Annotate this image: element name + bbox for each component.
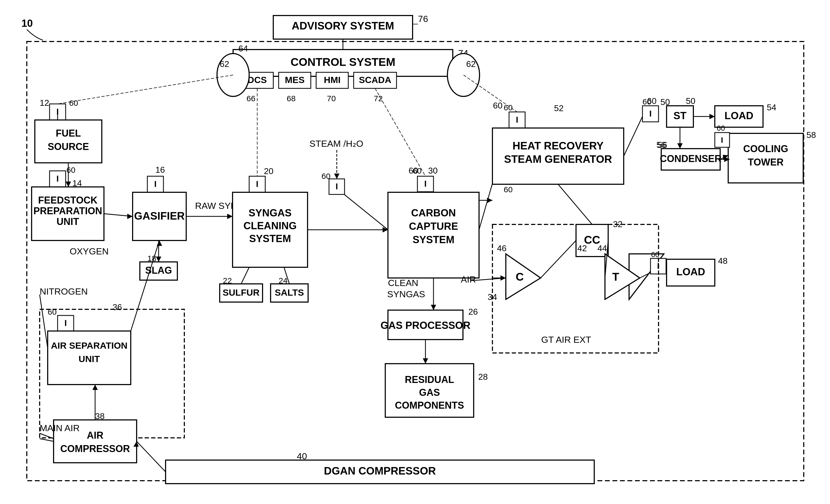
svg-text:20: 20 (264, 166, 274, 176)
svg-text:CLEAN: CLEAN (388, 278, 418, 288)
svg-text:30: 30 (428, 166, 438, 175)
svg-text:COMPONENTS: COMPONENTS (395, 400, 464, 411)
svg-text:DCS: DCS (248, 75, 267, 85)
svg-text:SULFUR: SULFUR (223, 287, 260, 298)
svg-text:52: 52 (554, 103, 564, 113)
svg-text:12: 12 (40, 98, 49, 108)
svg-text:I: I (57, 174, 59, 183)
svg-text:I: I (65, 318, 67, 328)
svg-text:GAS PROCESSOR: GAS PROCESSOR (380, 320, 471, 331)
svg-text:58: 58 (806, 130, 816, 140)
svg-text:HMI: HMI (324, 75, 341, 85)
svg-text:SYSTEM: SYSTEM (249, 233, 291, 244)
svg-text:STEAM /H₂O: STEAM /H₂O (310, 138, 363, 148)
svg-text:GT AIR  EXT: GT AIR EXT (541, 334, 591, 345)
svg-text:SCADA: SCADA (359, 75, 391, 85)
svg-text:LOAD: LOAD (676, 266, 705, 277)
svg-text:SYSTEM: SYSTEM (413, 234, 454, 245)
svg-text:10: 10 (22, 18, 33, 29)
svg-text:ST: ST (674, 110, 687, 121)
svg-text:60: 60 (48, 307, 57, 316)
svg-text:28: 28 (478, 372, 488, 381)
svg-text:GAS: GAS (419, 387, 440, 398)
svg-text:26: 26 (468, 307, 478, 316)
svg-text:CLEANING: CLEANING (244, 220, 296, 231)
svg-text:UNIT: UNIT (78, 354, 100, 364)
diagram: 10 ADVISORY SYSTEM 76 CONTROL SYSTEM 74 … (0, 0, 830, 504)
svg-text:56: 56 (657, 140, 666, 150)
svg-text:16: 16 (155, 165, 165, 175)
svg-text:60: 60 (409, 166, 418, 175)
svg-text:LOAD: LOAD (725, 110, 754, 121)
svg-text:40: 40 (297, 451, 307, 461)
svg-text:STEAM GENERATOR: STEAM GENERATOR (504, 153, 612, 165)
svg-text:CAPTURE: CAPTURE (409, 221, 458, 232)
svg-text:TOWER: TOWER (748, 157, 784, 168)
svg-text:MAIN AIR: MAIN AIR (40, 423, 79, 433)
svg-text:68: 68 (287, 94, 295, 103)
svg-text:62: 62 (466, 59, 476, 69)
svg-text:MES: MES (285, 75, 305, 85)
svg-text:CONTROL SYSTEM: CONTROL SYSTEM (290, 56, 395, 68)
svg-text:I: I (649, 109, 652, 119)
svg-text:22: 22 (223, 276, 232, 285)
svg-text:72: 72 (374, 94, 383, 103)
svg-text:HEAT RECOVERY: HEAT RECOVERY (513, 140, 604, 152)
svg-text:AIR SEPARATION: AIR SEPARATION (51, 340, 128, 350)
svg-text:DGAN COMPRESSOR: DGAN COMPRESSOR (324, 465, 436, 477)
svg-text:48: 48 (718, 256, 728, 266)
svg-text:GASIFIER: GASIFIER (134, 210, 185, 222)
svg-text:I: I (256, 179, 259, 189)
svg-text:C: C (516, 270, 524, 283)
svg-text:50: 50 (686, 96, 696, 106)
svg-text:I: I (424, 179, 427, 189)
svg-text:SLAG: SLAG (145, 265, 172, 276)
svg-text:SYNGAS: SYNGAS (249, 207, 291, 219)
svg-text:60: 60 (321, 172, 330, 180)
svg-text:44: 44 (598, 243, 607, 253)
svg-text:76: 76 (418, 14, 428, 24)
svg-text:70: 70 (327, 94, 336, 103)
svg-text:I: I (721, 135, 723, 144)
svg-text:14: 14 (72, 178, 82, 188)
svg-text:COMPRESSOR: COMPRESSOR (60, 443, 130, 454)
svg-text:60: 60 (717, 124, 725, 132)
svg-text:60: 60 (504, 185, 513, 194)
svg-text:FUEL: FUEL (56, 128, 81, 139)
svg-text:CONDENSER: CONDENSER (660, 153, 722, 164)
svg-text:24: 24 (279, 276, 287, 285)
svg-text:50: 50 (661, 97, 670, 107)
svg-text:I: I (516, 115, 518, 125)
svg-text:RESIDUAL: RESIDUAL (405, 374, 454, 385)
svg-text:T: T (612, 270, 619, 283)
svg-text:64: 64 (238, 44, 248, 53)
svg-text:42: 42 (577, 243, 587, 253)
svg-text:OXYGEN: OXYGEN (70, 246, 108, 256)
svg-text:60: 60 (493, 101, 503, 110)
svg-text:AIR: AIR (461, 274, 476, 284)
svg-text:SYNGAS: SYNGAS (387, 289, 425, 299)
svg-text:PREPARATION: PREPARATION (33, 205, 102, 216)
svg-text:46: 46 (497, 243, 507, 253)
svg-text:36: 36 (113, 302, 122, 312)
svg-text:60: 60 (647, 96, 657, 106)
svg-text:NITROGEN: NITROGEN (40, 286, 88, 297)
svg-text:I: I (154, 179, 157, 189)
svg-text:60: 60 (66, 166, 75, 174)
svg-text:54: 54 (767, 103, 776, 112)
svg-text:FEEDSTOCK: FEEDSTOCK (38, 195, 97, 206)
svg-text:SOURCE: SOURCE (48, 141, 89, 152)
svg-text:UNIT: UNIT (57, 216, 79, 227)
svg-text:66: 66 (247, 94, 255, 103)
svg-text:62: 62 (220, 59, 229, 69)
svg-text:I: I (336, 181, 338, 191)
svg-text:AIR: AIR (87, 430, 103, 441)
svg-text:ADVISORY SYSTEM: ADVISORY SYSTEM (292, 20, 394, 32)
svg-text:CARBON: CARBON (411, 207, 456, 219)
svg-text:COOLING: COOLING (743, 143, 788, 154)
svg-text:60: 60 (69, 99, 78, 107)
svg-text:60: 60 (504, 103, 513, 112)
svg-text:SALTS: SALTS (275, 287, 304, 298)
svg-text:38: 38 (95, 411, 105, 421)
